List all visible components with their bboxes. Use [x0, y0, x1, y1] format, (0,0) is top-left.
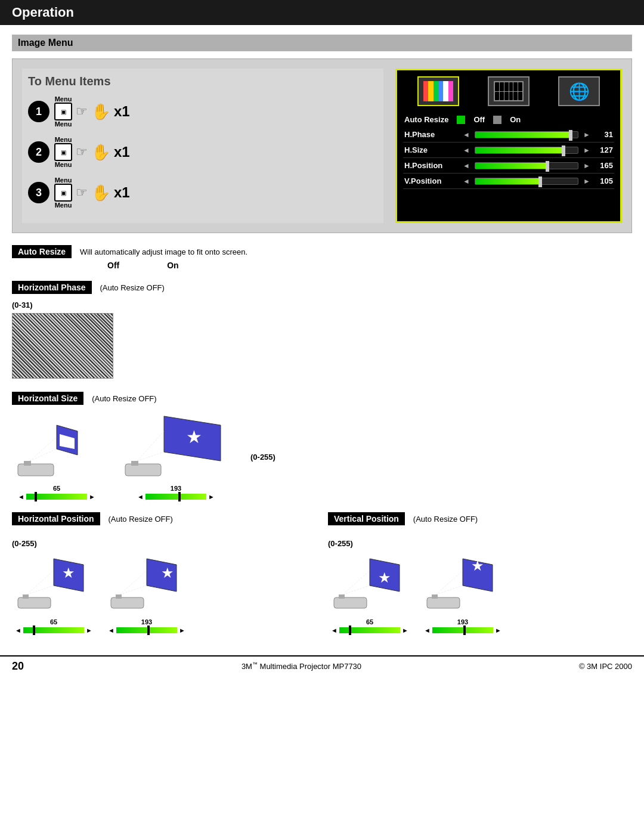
vposition-row: V.Position ◄ ► 105 — [403, 174, 614, 189]
svg-line-12 — [137, 431, 164, 461]
main-content: Image Menu To Menu Items 1 Menu ▣ Menu ☞… — [0, 25, 644, 643]
hsize-s1-left-arrow: ◄ — [18, 493, 24, 500]
step3-hand: ✋ — [91, 184, 110, 202]
hsize-slider-2: ◄ ► — [137, 493, 215, 500]
vposition-note: (Auto Resize OFF) — [413, 515, 478, 524]
vposition-fig2-value: 193 — [457, 618, 468, 625]
section-header: Image Menu — [12, 35, 632, 51]
menu-step-2: 2 Menu ▣ Menu ☞ ✋ x1 — [28, 136, 377, 168]
hposition-slider-2: ◄ ► — [108, 627, 185, 634]
step1-x1: x1 — [114, 103, 130, 120]
vposition-figure-1: ★ 65 ◄ ► — [328, 553, 411, 634]
autoresize-green-square — [457, 116, 465, 124]
svg-text:★: ★ — [62, 565, 75, 581]
hposition-range-label: (0-255) — [12, 538, 316, 548]
vpos-proj-svg-2: ★ — [421, 553, 504, 618]
svg-rect-9 — [131, 461, 138, 466]
hposition-thumb — [546, 161, 549, 172]
svg-rect-1 — [24, 461, 31, 466]
color-bars-icon-box — [417, 76, 459, 106]
vposition-figure-2: ★ 193 ◄ ► — [421, 553, 504, 634]
hposition-arrow-right: ► — [583, 162, 590, 170]
vpos-s2-track — [432, 627, 493, 633]
svg-line-31 — [343, 586, 370, 594]
hsize-slider[interactable] — [475, 147, 578, 154]
vposition-arrow-left: ◄ — [463, 177, 470, 185]
svg-line-25 — [120, 586, 147, 594]
autoresize-desc-block: Auto Resize Will automatically adjust im… — [12, 245, 632, 270]
hpos-s2-left: ◄ — [108, 627, 114, 634]
hpos-s2-thumb — [147, 625, 150, 635]
svg-text:★: ★ — [186, 427, 202, 447]
vposition-desc-block: Vertical Position (Auto Resize OFF) — [328, 512, 632, 528]
menu-step-1: 1 Menu ▣ Menu ☞ ✋ x1 — [28, 95, 377, 128]
svg-rect-20 — [111, 597, 144, 608]
filmstrip-icon-box — [488, 76, 530, 106]
autoresize-off-on: Off On — [107, 261, 632, 270]
autoresize-on-label: On — [510, 115, 521, 124]
filmstrip-icon — [494, 81, 524, 101]
step1-menu-icon: ▣ — [54, 103, 72, 120]
hphase-range: (0-31) — [12, 301, 33, 309]
hposition-figure-1: ★ 65 ◄ ► — [12, 553, 95, 634]
hposition-slider-1: ◄ ► — [15, 627, 92, 634]
menu-step-3: 3 Menu ▣ Menu ☞ ✋ x1 — [28, 176, 377, 209]
vposition-fig1-value: 65 — [366, 618, 373, 625]
hphase-label: H.Phase — [404, 130, 458, 139]
hphase-noise-pattern — [12, 313, 113, 379]
hposition-row: H.Position ◄ ► 165 — [403, 158, 614, 174]
step3-label-bottom: Menu — [54, 202, 72, 209]
autoresize-desc-label: Auto Resize — [12, 245, 72, 258]
hsize-s2-thumb — [178, 492, 181, 501]
hposition-figure-2: ★ 193 ◄ ► — [105, 553, 188, 634]
vpos-s1-track — [339, 627, 400, 633]
hsize-arrow-left: ◄ — [463, 146, 470, 154]
autoresize-gray-square — [493, 116, 501, 124]
hsize-section: Horizontal Size (Auto Resize OFF) ★ — [12, 392, 632, 500]
autoresize-off-label: Off — [473, 115, 485, 124]
svg-line-24 — [120, 571, 147, 594]
svg-text:★: ★ — [471, 558, 484, 574]
hpos-s2-track — [116, 627, 177, 633]
vposition-thumb — [538, 176, 542, 187]
step2-arrow: ☞ — [76, 144, 88, 160]
step2-label-top: Menu — [54, 136, 72, 143]
hposition-desc-label: Horizontal Position — [12, 512, 100, 525]
hphase-slider[interactable] — [475, 131, 578, 138]
hsize-s1-track — [26, 494, 87, 500]
svg-line-18 — [27, 571, 54, 594]
svg-rect-0 — [18, 464, 54, 476]
hsize-range-label: (0-255) — [250, 452, 275, 462]
step1-hand: ✋ — [91, 103, 110, 121]
vposition-fill — [475, 178, 542, 184]
svg-rect-26 — [334, 597, 367, 608]
on-label: On — [167, 261, 178, 270]
vposition-desc-label: Vertical Position — [328, 512, 405, 525]
step1-label-bottom: Menu — [54, 120, 72, 128]
step-content-2: Menu ▣ Menu ☞ ✋ x1 — [54, 136, 130, 168]
hsize-range: (0-255) — [250, 453, 275, 462]
vposition-slider[interactable] — [475, 178, 578, 185]
hpos-s1-track — [23, 627, 84, 633]
hsize-s1-thumb — [35, 492, 37, 501]
step-content-3: Menu ▣ Menu ☞ ✋ x1 — [54, 176, 130, 209]
svg-line-37 — [436, 586, 463, 594]
hsize-s1-right-arrow: ► — [89, 493, 95, 500]
hposition-slider[interactable] — [475, 162, 578, 169]
hsize-proj-svg-2: ★ — [119, 413, 233, 485]
step2-label-bottom: Menu — [54, 161, 72, 168]
hphase-arrow-right: ► — [583, 131, 590, 139]
hposition-value: 165 — [595, 161, 613, 170]
hpos-proj-svg-1: ★ — [12, 553, 95, 618]
hsize-fig1-value: 65 — [53, 485, 60, 492]
hsize-fill — [475, 147, 566, 153]
hposition-range: (0-255) — [12, 539, 37, 548]
vpos-proj-svg-1: ★ — [328, 553, 411, 618]
hsize-row: H.Size ◄ ► 127 — [403, 143, 614, 158]
autoresize-label: Auto Resize — [404, 115, 448, 124]
svg-text:★: ★ — [61, 436, 70, 448]
step3-arrow: ☞ — [76, 185, 88, 200]
hsize-s2-track — [145, 494, 206, 500]
vposition-label: V.Position — [404, 176, 458, 185]
step2-x1: x1 — [114, 144, 130, 160]
